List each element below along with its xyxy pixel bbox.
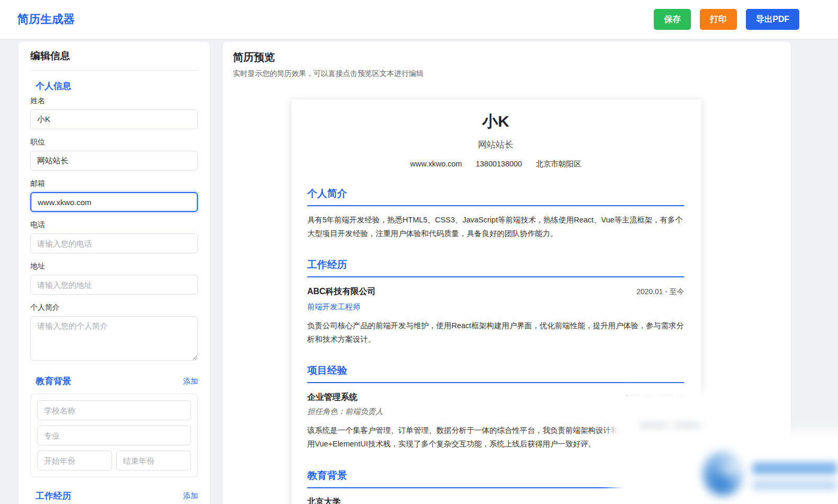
- watermark-text-blur: [752, 480, 837, 490]
- address-label: 地址: [30, 262, 198, 271]
- resume-work-section: 工作经历 ABC科技有限公司 2020.01 - 至今 前端开发工程师 负责公司…: [307, 258, 684, 346]
- blurred-text-smudge: [674, 422, 701, 431]
- app-header: 简历生成器 保存 打印 导出PDF: [0, 0, 838, 39]
- email-field-group: 邮箱: [30, 179, 198, 212]
- site-watermark: [629, 446, 838, 504]
- work-item-head: ABC科技有限公司 2020.01 - 至今: [307, 286, 684, 297]
- end-year-input[interactable]: [116, 451, 191, 471]
- resume-phone[interactable]: 13800138000: [476, 160, 522, 168]
- job-field-group: 职位: [30, 138, 198, 171]
- preview-subtitle: 实时显示您的简历效果，可以直接点击预览区文本进行编辑: [233, 69, 780, 79]
- blurred-text-smudge: [639, 422, 668, 431]
- summary-label: 个人简介: [30, 303, 198, 312]
- resume-summary-text[interactable]: 具有5年前端开发经验，熟悉HTML5、CSS3、JavaScript等前端技术，…: [307, 213, 684, 240]
- email-input[interactable]: [30, 192, 198, 212]
- export-pdf-button[interactable]: 导出PDF: [746, 9, 799, 30]
- resume-education-section: 教育背景 北京大学 计算机科学与技术 - 本科: [307, 469, 684, 504]
- resume-website[interactable]: www.xkwo.com: [410, 160, 462, 168]
- editor-sidebar: 编辑信息 个人信息 姓名 职位 邮箱 电话 地址 个人简介 教育背景: [18, 42, 210, 504]
- work-company[interactable]: ABC科技有限公司: [307, 286, 376, 297]
- blurred-date-patch: [623, 400, 709, 437]
- job-label: 职位: [30, 138, 198, 147]
- header-buttons: 保存 打印 导出PDF: [654, 9, 799, 30]
- address-input[interactable]: [30, 275, 198, 295]
- email-label: 邮箱: [30, 179, 198, 188]
- save-button[interactable]: 保存: [654, 9, 691, 30]
- resume-work-title: 工作经历: [307, 258, 684, 277]
- resume-contact-line: www.xkwo.com13800138000北京市朝阳区: [307, 159, 684, 169]
- resume-education-title: 教育背景: [307, 469, 684, 488]
- education-years-row: [37, 451, 191, 471]
- name-label: 姓名: [30, 96, 198, 106]
- address-field-group: 地址: [30, 262, 198, 295]
- summary-textarea[interactable]: [30, 316, 198, 361]
- education-title: 教育背景: [30, 375, 71, 387]
- app-title: 简历生成器: [17, 12, 75, 27]
- education-entry-card: [30, 394, 198, 477]
- preview-title: 简历预览: [233, 50, 780, 64]
- add-work-button[interactable]: 添加: [183, 491, 198, 501]
- education-section-head: 教育背景 添加: [30, 375, 198, 387]
- major-input[interactable]: [37, 425, 191, 445]
- work-description[interactable]: 负责公司核心产品的前端开发与维护，使用React框架构建用户界面，优化前端性能，…: [307, 319, 684, 346]
- watermark-text-blur: [752, 462, 837, 475]
- summary-field-group: 个人简介: [30, 303, 198, 363]
- school-name-input[interactable]: [37, 400, 191, 420]
- work-period[interactable]: 2020.01 - 至今: [636, 287, 684, 297]
- phone-input[interactable]: [30, 233, 198, 253]
- personal-info-title: 个人信息: [30, 80, 198, 92]
- name-input[interactable]: [30, 109, 198, 129]
- resume-name[interactable]: 小K: [307, 111, 684, 132]
- preview-panel: 简历预览 实时显示您的简历效果，可以直接点击预览区文本进行编辑 小K 网站站长 …: [222, 42, 791, 504]
- project-name[interactable]: 企业管理系统: [307, 392, 357, 403]
- name-field-group: 姓名: [30, 96, 198, 129]
- education-school[interactable]: 北京大学: [307, 497, 684, 504]
- work-role[interactable]: 前端开发工程师: [307, 302, 684, 312]
- work-section-head: 工作经历 添加: [30, 490, 198, 502]
- resume-job-title[interactable]: 网站站长: [307, 139, 684, 151]
- phone-label: 电话: [30, 220, 198, 230]
- resume-location[interactable]: 北京市朝阳区: [535, 160, 581, 168]
- print-button[interactable]: 打印: [700, 9, 737, 30]
- resume-summary-section: 个人简介 具有5年前端开发经验，熟悉HTML5、CSS3、JavaScript等…: [307, 187, 684, 240]
- add-education-button[interactable]: 添加: [183, 377, 198, 386]
- work-title: 工作经历: [30, 490, 71, 502]
- editor-title: 编辑信息: [30, 49, 198, 63]
- resume-projects-title: 项目经验: [307, 364, 684, 383]
- resume-paper: 小K 网站站长 www.xkwo.com13800138000北京市朝阳区 个人…: [292, 99, 701, 504]
- phone-field-group: 电话: [30, 220, 198, 253]
- resume-summary-title: 个人简介: [307, 187, 684, 206]
- editor-divider: [30, 70, 198, 71]
- job-input[interactable]: [30, 151, 198, 171]
- start-year-input[interactable]: [37, 451, 112, 471]
- watermark-logo-icon: [703, 452, 743, 496]
